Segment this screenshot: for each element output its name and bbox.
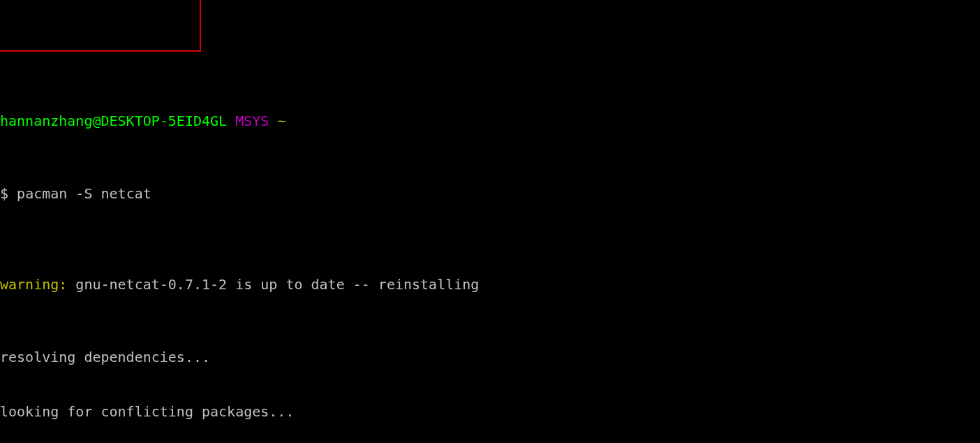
prompt-shell: MSYS [235,112,269,129]
highlight-box [0,0,201,52]
warning-msg: gnu-netcat-0.7.1-2 is up to date -- rein… [67,276,479,293]
command-line: $ pacman -S netcat [0,184,980,203]
prompt-userhost: hannanzhang@DESKTOP-5EID4GL [0,112,227,129]
prompt-line-1: hannanzhang@DESKTOP-5EID4GL MSYS ~ [0,112,980,130]
prompt-path: ~ [277,112,285,129]
warning-line: warning: gnu-netcat-0.7.1-2 is up to dat… [0,275,980,293]
terminal[interactable]: hannanzhang@DESKTOP-5EID4GL MSYS ~ $ pac… [0,0,980,443]
dollar-sign: $ [0,185,8,202]
resolve-line: resolving dependencies... [0,348,980,366]
typed-command: pacman -S netcat [17,185,151,202]
lookconf-line: looking for conflicting packages... [0,402,980,421]
warning-label: warning: [0,276,67,293]
